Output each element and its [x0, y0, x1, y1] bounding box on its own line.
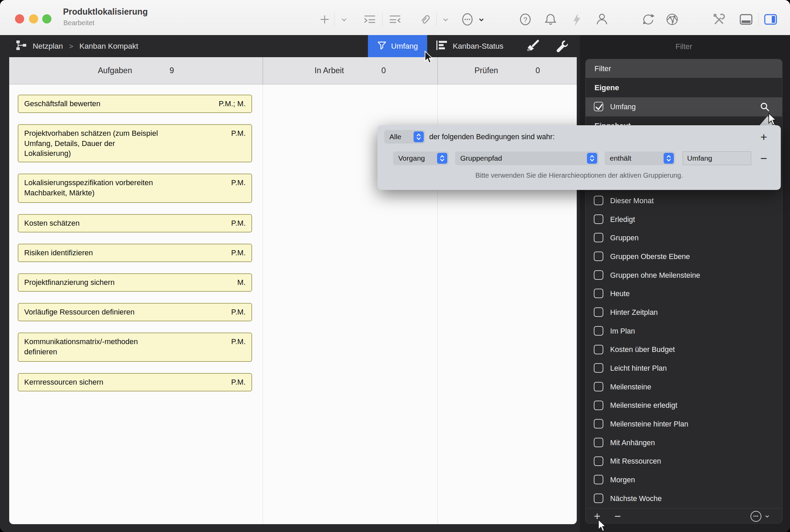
filter-row[interactable]: Meilensteine hinter Plan [586, 415, 782, 434]
outdent-icon[interactable] [388, 11, 403, 28]
filter-panel-header: Filter [586, 59, 782, 78]
filter-row-label: Im Plan [610, 322, 635, 341]
checkbox-icon[interactable] [594, 363, 603, 373]
task-card[interactable]: Vorläufige Ressourcen definieren P.M. [18, 303, 252, 321]
checkbox-icon[interactable] [594, 345, 603, 354]
filter-row[interactable]: Mit Anhängen [586, 434, 782, 452]
filter-condition-popover: Alle der folgenden Bedingungen sind wahr… [377, 125, 781, 190]
filter-row-umfang[interactable]: Umfang [586, 97, 782, 116]
filter-row[interactable]: Im Plan [586, 322, 782, 341]
panel-right-icon[interactable] [763, 11, 778, 28]
quantifier-select[interactable]: Alle [384, 130, 425, 144]
task-card[interactable]: Geschäftsfall bewerten P.M.; M. [18, 95, 252, 113]
filter-row[interactable]: Hinter Zeitplan [586, 303, 782, 322]
app-window: Produktlokalisierung Bearbeitet ? [0, 0, 790, 532]
filter-row[interactable]: Nächste Woche [586, 489, 782, 508]
chevron-down-icon[interactable] [438, 11, 453, 28]
filter-row[interactable]: Gruppen [586, 229, 782, 247]
checkbox-checked-icon[interactable] [594, 102, 603, 111]
user-icon[interactable] [594, 11, 609, 28]
breadcrumb[interactable]: Netzplan > Kanban Kompakt [16, 35, 138, 57]
filter-row[interactable]: Meilensteine [586, 378, 782, 397]
filter-row[interactable]: Erledigt [586, 210, 782, 229]
card-assignees: P.M. [231, 178, 246, 188]
condition-value-input[interactable] [683, 151, 751, 165]
indent-icon[interactable] [362, 11, 377, 28]
netplan-icon [16, 39, 27, 53]
filter-row[interactable]: Leicht hinter Plan [586, 359, 782, 378]
chevron-down-icon[interactable] [337, 11, 352, 28]
remove-condition-button[interactable]: − [756, 151, 771, 165]
filter-row[interactable]: Morgen [586, 471, 782, 489]
column-title: Prüfen [475, 66, 498, 75]
wrench-icon[interactable] [554, 39, 569, 53]
checkbox-icon[interactable] [594, 438, 603, 447]
checkbox-icon[interactable] [594, 401, 603, 410]
task-card[interactable]: Risiken identifizieren P.M. [18, 244, 252, 262]
field-value: Gruppenpfad [460, 151, 502, 165]
mouse-cursor [598, 519, 607, 532]
filter-row[interactable]: Kosten über Budget [586, 341, 782, 359]
task-card[interactable]: Projektfinanzierung sichern M. [18, 273, 252, 292]
task-card[interactable]: Kommunikationsmatrix/-methoden definiere… [18, 333, 252, 362]
checkbox-icon[interactable] [594, 494, 603, 503]
checkbox-icon[interactable] [594, 382, 603, 391]
checkbox-icon[interactable] [594, 326, 603, 336]
card-assignees: P.M. [231, 337, 246, 347]
breadcrumb-item[interactable]: Kanban Kompakt [79, 42, 138, 51]
subject-select[interactable]: Vorgang [393, 151, 449, 165]
checkbox-icon[interactable] [594, 419, 603, 429]
operator-value: enthält [610, 151, 631, 165]
filter-actions-menu-button[interactable]: ••• [750, 511, 771, 522]
checkbox-icon[interactable] [594, 233, 603, 242]
task-card[interactable]: Kernressourcen sichern P.M. [18, 373, 252, 391]
filter-row[interactable]: Meilensteine erledigt [586, 397, 782, 415]
panel-bottom-icon[interactable] [739, 11, 754, 28]
add-condition-button[interactable]: + [756, 130, 771, 144]
sync-icon[interactable] [641, 11, 656, 28]
minimize-window-button[interactable] [29, 14, 38, 23]
remove-filter-button[interactable]: − [611, 509, 624, 524]
card-title: Vorläufige Ressourcen definieren [24, 307, 135, 317]
filter-row-label: Leicht hinter Plan [610, 359, 667, 378]
task-card[interactable]: Projektvorhaben schätzen (zum Beispiel U… [18, 124, 252, 162]
checkbox-icon[interactable] [594, 307, 603, 317]
task-card[interactable]: Lokalisierungsspezifikation vorbereiten … [18, 174, 252, 203]
filter-row[interactable]: Heute [586, 285, 782, 303]
more-icon[interactable] [460, 11, 475, 28]
document-status: Bearbeitet [63, 19, 94, 27]
filter-panel-footer: + − ••• [586, 508, 782, 523]
search-icon[interactable] [760, 102, 770, 112]
tools-icon[interactable] [711, 11, 726, 28]
checkbox-icon[interactable] [594, 289, 603, 298]
toolbar-divider [334, 13, 335, 26]
checkbox-icon[interactable] [594, 214, 603, 224]
task-card[interactable]: Kosten schätzen P.M. [18, 214, 252, 232]
filter-umfang-button[interactable]: Umfang [368, 35, 427, 57]
filter-row-label: Umfang [610, 97, 636, 116]
help-icon[interactable]: ? [518, 11, 533, 28]
breadcrumb-item[interactable]: Netzplan [33, 42, 63, 51]
zoom-window-button[interactable] [42, 14, 51, 23]
checkbox-icon[interactable] [594, 252, 603, 261]
filter-row[interactable]: Mit Ressourcen [586, 452, 782, 471]
brush-icon[interactable] [525, 39, 540, 53]
add-icon[interactable] [317, 11, 332, 28]
group-kanban-status-button[interactable]: Kanban-Status [432, 35, 507, 57]
filter-row[interactable]: Dieser Monat [586, 192, 782, 210]
filter-row[interactable]: Gruppen ohne Meilensteine [586, 266, 782, 285]
chevron-down-icon[interactable] [476, 11, 486, 28]
field-select[interactable]: Gruppenpfad [455, 151, 599, 165]
section-eigene: Eigene [586, 78, 782, 97]
checkbox-icon[interactable] [594, 196, 603, 205]
kanban-group-icon [435, 39, 448, 53]
checkbox-icon[interactable] [594, 270, 603, 280]
attachment-icon[interactable] [418, 11, 433, 28]
checkbox-icon[interactable] [594, 475, 603, 484]
close-window-button[interactable] [15, 14, 24, 23]
notifications-icon[interactable] [543, 11, 558, 28]
network-icon[interactable] [665, 11, 680, 28]
checkbox-icon[interactable] [594, 456, 603, 466]
filter-row[interactable]: Gruppen Oberste Ebene [586, 247, 782, 266]
operator-select[interactable]: enthält [605, 151, 675, 165]
